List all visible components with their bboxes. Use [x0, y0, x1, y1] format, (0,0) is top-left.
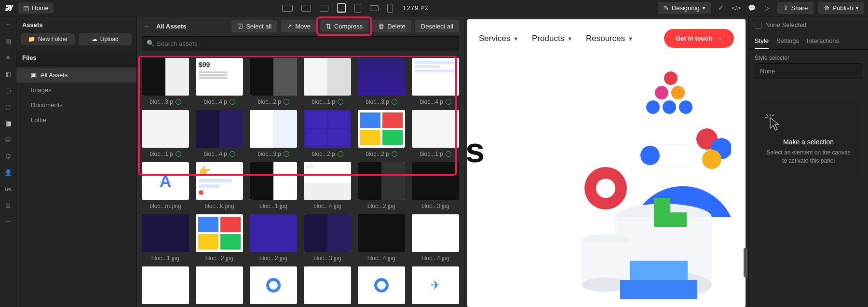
- add-icon[interactable]: ＋: [4, 20, 13, 29]
- breakpoint-laptop-icon[interactable]: [320, 5, 328, 12]
- assets-toolbar: ← All Assets ☑Select all ↗Move ⇅Compress…: [137, 16, 464, 36]
- asset-cell[interactable]: bloc...2.p: [358, 110, 405, 157]
- asset-cell[interactable]: $99bloc...4.p: [196, 58, 243, 105]
- asset-cell[interactable]: 👉bloc...k.png: [196, 162, 243, 209]
- deselect-all-button[interactable]: Deselect all: [415, 20, 459, 32]
- asset-cell[interactable]: bloc...3.p: [142, 58, 189, 105]
- chevron-down-icon: ▼: [513, 36, 518, 42]
- components-icon[interactable]: ◧: [4, 70, 13, 78]
- nav-products[interactable]: Products▼: [532, 34, 572, 43]
- tree-images[interactable]: Images: [16, 83, 136, 98]
- comment-icon[interactable]: 💬: [746, 3, 757, 14]
- publish-button[interactable]: ⟰ Publish ▾: [818, 2, 864, 14]
- back-icon[interactable]: ←: [142, 23, 152, 30]
- select-all-button[interactable]: ☑Select all: [231, 20, 277, 32]
- mode-label: Designing: [672, 4, 700, 12]
- asset-cell[interactable]: bloc...4.jpg: [412, 214, 459, 262]
- assets-icon[interactable]: ▦: [4, 119, 13, 127]
- asset-cell[interactable]: [358, 266, 405, 304]
- breakpoint-tablet-wide-icon[interactable]: [337, 3, 346, 13]
- asset-cell[interactable]: bloc...3.jpg: [412, 162, 459, 209]
- cta-button[interactable]: Get in touch→: [664, 29, 734, 48]
- cms-icon[interactable]: ⛁: [4, 135, 13, 144]
- chevron-down-icon: ▾: [703, 5, 705, 11]
- asset-cell[interactable]: bloc...2.jpg: [250, 214, 297, 262]
- tab-settings[interactable]: Settings: [776, 33, 799, 49]
- new-folder-button[interactable]: 📁 New Folder: [21, 33, 75, 45]
- asset-label: bloc...4.jpg: [313, 203, 341, 209]
- asset-cell[interactable]: bloc...2.p: [250, 58, 297, 105]
- tab-style[interactable]: Style: [755, 33, 769, 49]
- code-icon[interactable]: </>: [731, 3, 742, 14]
- move-button[interactable]: ↗Move: [281, 20, 316, 32]
- btn-label: Deselect all: [421, 23, 453, 30]
- asset-cell[interactable]: bloc...1.p: [304, 58, 351, 105]
- webflow-logo-icon[interactable]: [4, 5, 14, 12]
- asset-cell[interactable]: bloc...2.jpg: [196, 214, 243, 262]
- scrollbar-thumb[interactable]: [744, 248, 747, 277]
- asset-label: bloc...4.p: [420, 98, 443, 105]
- check-icon[interactable]: ✓: [716, 3, 726, 14]
- styles-icon[interactable]: ◌: [4, 102, 13, 111]
- asset-cell[interactable]: $99bloc...4.jpg: [304, 162, 351, 209]
- tree-all-assets[interactable]: ▣All Assets: [16, 68, 136, 83]
- checkbox-icon[interactable]: [755, 22, 761, 28]
- publish-label: Publish: [832, 4, 853, 12]
- tree-documents[interactable]: Documents: [16, 98, 136, 112]
- asset-cell[interactable]: bloc...2.jpg: [358, 162, 405, 209]
- asset-cell[interactable]: [196, 266, 243, 304]
- asset-cell[interactable]: bloc...1.jpg: [250, 162, 297, 209]
- style-selector-input[interactable]: None: [755, 63, 862, 79]
- asset-cell[interactable]: bloc...1.p: [142, 110, 189, 157]
- page-home-chip[interactable]: ▤ Home: [18, 2, 54, 14]
- asset-cell[interactable]: bloc...1.jpg: [142, 214, 189, 262]
- mode-dropdown[interactable]: ✎ Designing ▾: [658, 2, 711, 14]
- search-input[interactable]: [142, 36, 459, 51]
- pages-icon[interactable]: ▤: [4, 37, 13, 45]
- asset-cell[interactable]: bloc...3.jpg: [304, 214, 351, 262]
- audit-icon[interactable]: 〰: [4, 217, 13, 226]
- share-button[interactable]: ⇪ Share: [777, 2, 814, 14]
- asset-cell[interactable]: bloc...4.jpg: [358, 214, 405, 262]
- tab-interactions[interactable]: Interactions: [807, 33, 839, 49]
- preview-icon[interactable]: ▷: [762, 3, 773, 14]
- breakpoint-desktop-icon[interactable]: [301, 5, 311, 12]
- nav-services[interactable]: Services▼: [479, 34, 518, 43]
- breakpoint-mobile-landscape-icon[interactable]: [370, 5, 379, 11]
- ecommerce-icon[interactable]: 🛍: [4, 184, 13, 193]
- asset-cell[interactable]: bloc...4.p: [412, 58, 459, 105]
- breakpoint-mobile-icon[interactable]: [387, 4, 393, 13]
- apps-icon[interactable]: ⊞: [4, 201, 13, 209]
- upload-button[interactable]: ☁ Upload: [79, 33, 132, 45]
- asset-cell[interactable]: bloc...3.p: [250, 110, 297, 157]
- left-tool-rail: ＋ ▤ ≡ ◧ ⬚ ◌ ▦ ⛁ ⌬ 👤 🛍 ⊞ 〰: [0, 16, 16, 307]
- files-heading: Files: [16, 50, 136, 66]
- asset-cell[interactable]: bloc...3.p: [358, 58, 405, 105]
- asset-label: bloc...3.p: [149, 98, 173, 105]
- delete-button[interactable]: 🗑Delete: [372, 20, 411, 32]
- asset-cell[interactable]: [304, 266, 351, 304]
- variables-icon[interactable]: ⬚: [4, 86, 13, 95]
- logic-icon[interactable]: ⌬: [4, 152, 13, 160]
- canvas-viewport[interactable]: Services▼ Products▼ Resources▼ Get in to…: [464, 16, 748, 307]
- compress-button[interactable]: ⇅Compress: [320, 20, 368, 32]
- new-folder-label: New Folder: [38, 36, 68, 42]
- breakpoint-tablet-icon[interactable]: [354, 4, 361, 13]
- breakpoint-desktop-xl-icon[interactable]: [282, 5, 293, 12]
- asset-cell[interactable]: bloc...1.p: [412, 110, 459, 157]
- viewport-size[interactable]: 1279 PX: [403, 4, 429, 12]
- asset-cell[interactable]: ✈: [412, 266, 459, 304]
- asset-cell[interactable]: bloc...2.p: [304, 110, 351, 157]
- asset-cell[interactable]: Abloc...m.png: [142, 162, 189, 209]
- btn-label: Delete: [387, 23, 406, 30]
- nav-resources[interactable]: Resources▼: [586, 34, 633, 43]
- users-icon[interactable]: 👤: [4, 168, 13, 177]
- hero-illustration: [557, 68, 731, 299]
- page-icon: ▤: [23, 4, 29, 12]
- breakpoint-switcher: [282, 3, 393, 13]
- asset-cell[interactable]: bloc...4.p: [196, 110, 243, 157]
- asset-cell[interactable]: [250, 266, 297, 304]
- tree-lottie[interactable]: Lottie: [16, 112, 136, 127]
- navigator-icon[interactable]: ≡: [4, 53, 13, 62]
- asset-cell[interactable]: [142, 266, 189, 304]
